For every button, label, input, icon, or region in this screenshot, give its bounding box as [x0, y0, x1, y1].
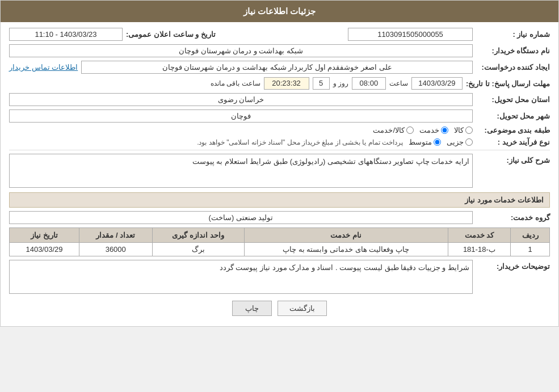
- category-option-kala: کالا: [454, 126, 473, 134]
- row-purchase-type: نوع فرآیند خرید : جزیی متوسط پرداخت تمام…: [9, 138, 550, 146]
- cell-name: چاپ وفعالیت های خدماتی وابسته به چاپ: [244, 243, 448, 256]
- category-radio-kala-khadamat[interactable]: [406, 127, 414, 134]
- category-radio-group: کالا خدمت کالا/خدمت: [9, 126, 473, 134]
- need-number-value: 1103091505000055: [348, 28, 473, 41]
- services-table: ردیف کد خدمت نام خدمت واحد اندازه گیری ت…: [9, 227, 550, 256]
- category-kala-label: کالا: [454, 126, 464, 134]
- back-button[interactable]: بازگشت: [278, 301, 327, 316]
- deadline-day-label: روز و: [333, 79, 348, 87]
- buyer-org-value: شبکه بهداشت و درمان شهرستان فوچان: [9, 44, 473, 57]
- category-kala-khadamat-label: کالا/خدمت: [373, 126, 405, 134]
- service-group-label: گروه خدمت:: [476, 213, 550, 222]
- purchase-radio-motavaset[interactable]: [434, 138, 441, 146]
- deadline-day-value: 5: [313, 77, 330, 90]
- purchase-radio-jozi[interactable]: [465, 138, 473, 146]
- page-header: جزئیات اطلاعات نیاز: [1, 1, 558, 22]
- buyer-notes-value: شرایط و جزییات دقیقا طبق لیست پیوست . اس…: [9, 260, 473, 294]
- table-row: 1 ب-18-181 چاپ وفعالیت های خدماتی وابسته…: [10, 243, 550, 256]
- service-group-value: تولید صنعتی (ساخت): [9, 211, 473, 224]
- deadline-label: مهلت ارسال پاسخ: تا تاریخ:: [466, 79, 550, 88]
- creator-value: علی اصغر خوشفقدم اول کاربردار شبکه بهداش…: [81, 61, 473, 74]
- purchase-type-jozi: جزیی: [447, 138, 473, 146]
- col-date: تاریخ نیاز: [10, 228, 79, 243]
- row-province: استان محل تحویل: خراسان رضوی: [9, 93, 550, 106]
- cell-date: 1403/03/29: [10, 243, 79, 256]
- purchase-jozi-label: جزیی: [447, 138, 464, 146]
- category-option-khadamat: خدمت: [419, 126, 448, 134]
- deadline-remaining: 20:23:32: [264, 77, 309, 90]
- city-label: شهر محل تحویل:: [476, 112, 550, 120]
- row-city: شهر محل تحویل: فوچان: [9, 109, 550, 123]
- cell-code: ب-18-181: [448, 243, 511, 256]
- col-count: تعداد / مقدار: [79, 228, 152, 243]
- need-number-label: شماره نیاز :: [476, 30, 550, 39]
- row-buyer-notes: توضیحات خریدار: شرایط و جزییات دقیقا طبق…: [9, 260, 550, 294]
- province-value: خراسان رضوی: [9, 93, 473, 106]
- row-service-group: گروه خدمت: تولید صنعتی (ساخت): [9, 211, 550, 224]
- category-khadamat-label: خدمت: [419, 126, 439, 134]
- creator-label: ایجاد کننده درخواست:: [476, 63, 550, 71]
- deadline-date: 1403/03/29: [411, 77, 463, 90]
- description-label: شرح کلی نیاز:: [476, 154, 550, 165]
- category-label: طبقه بندی موضوعی:: [476, 126, 550, 134]
- row-deadline: مهلت ارسال پاسخ: تا تاریخ: 1403/03/29 سا…: [9, 77, 550, 90]
- city-value: فوچان: [9, 109, 473, 123]
- row-category: طبقه بندی موضوعی: کالا خدمت کالا/خدمت: [9, 126, 550, 134]
- category-radio-kala[interactable]: [465, 127, 473, 134]
- header-title: جزئیات اطلاعات نیاز: [243, 6, 316, 16]
- print-button[interactable]: چاپ: [232, 301, 272, 316]
- description-value: ارایه خدمات چاپ تصاویر دستگاههای تشخیصی …: [9, 154, 473, 188]
- divider-1: [9, 150, 550, 150]
- deadline-time-label: ساعت: [389, 79, 408, 87]
- purchase-note: پرداخت تمام یا بخشی از مبلغ خریداز محل "…: [197, 138, 403, 146]
- page-wrapper: جزئیات اطلاعات نیاز شماره نیاز : 1103091…: [0, 0, 559, 327]
- col-unit: واحد اندازه گیری: [152, 228, 244, 243]
- col-row: ردیف: [511, 228, 550, 243]
- contact-link[interactable]: اطلاعات تماس خریدار: [9, 63, 78, 71]
- announcement-label: تاریخ و ساعت اعلان عمومی:: [126, 30, 216, 39]
- purchase-type-label: نوع فرآیند خرید :: [476, 138, 550, 146]
- buttons-row: بازگشت چاپ: [9, 301, 550, 316]
- row-buyer-org: نام دستگاه خریدار: شبکه بهداشت و درمان ش…: [9, 44, 550, 57]
- row-creator: ایجاد کننده درخواست: علی اصغر خوشفقدم او…: [9, 61, 550, 74]
- table-header-row: ردیف کد خدمت نام خدمت واحد اندازه گیری ت…: [10, 228, 550, 243]
- deadline-time-value: 08:00: [352, 77, 386, 90]
- category-option-kala-khadamat: کالا/خدمت: [373, 126, 414, 134]
- buyer-org-label: نام دستگاه خریدار:: [476, 47, 550, 55]
- row-description: شرح کلی نیاز: ارایه خدمات چاپ تصاویر دست…: [9, 154, 550, 188]
- table-body: 1 ب-18-181 چاپ وفعالیت های خدماتی وابسته…: [10, 243, 550, 256]
- buyer-notes-label: توضیحات خریدار:: [476, 260, 550, 271]
- purchase-type-motavaset: متوسط: [409, 138, 441, 146]
- category-radio-khadamat[interactable]: [441, 127, 448, 134]
- services-section-title: اطلاعات خدمات مورد نیاز: [9, 192, 550, 208]
- row-need-number: شماره نیاز : 1103091505000055 تاریخ و سا…: [9, 28, 550, 41]
- col-name: نام خدمت: [244, 228, 448, 243]
- table-header: ردیف کد خدمت نام خدمت واحد اندازه گیری ت…: [10, 228, 550, 243]
- col-code: کد خدمت: [448, 228, 511, 243]
- purchase-type-radio-group: جزیی متوسط پرداخت تمام یا بخشی از مبلغ خ…: [9, 138, 473, 146]
- deadline-remaining-label: ساعت باقی مانده: [211, 79, 260, 87]
- cell-row: 1: [511, 243, 550, 256]
- announcement-value: 1403/03/23 - 11:10: [9, 28, 123, 41]
- cell-unit: برگ: [152, 243, 244, 256]
- main-content: شماره نیاز : 1103091505000055 تاریخ و سا…: [1, 22, 558, 326]
- cell-count: 36000: [79, 243, 152, 256]
- purchase-motavaset-label: متوسط: [409, 138, 432, 146]
- province-label: استان محل تحویل:: [476, 95, 550, 104]
